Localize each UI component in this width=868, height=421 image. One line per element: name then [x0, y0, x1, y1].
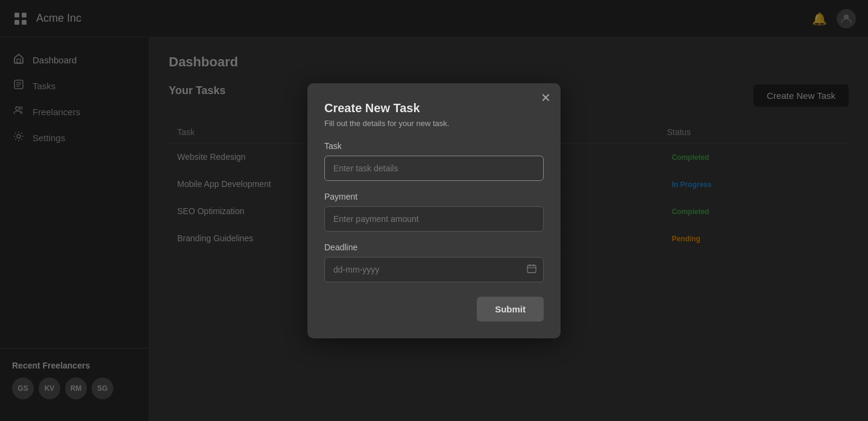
- deadline-input[interactable]: [324, 257, 544, 282]
- modal-overlay[interactable]: ✕ Create New Task Fill out the details f…: [0, 0, 868, 421]
- submit-button[interactable]: Submit: [477, 297, 544, 321]
- modal-close-button[interactable]: ✕: [541, 92, 551, 104]
- deadline-field: Deadline: [324, 242, 544, 282]
- modal-subtitle: Fill out the details for your new task.: [324, 119, 544, 128]
- date-input-wrapper: [324, 257, 544, 282]
- task-field: Task: [324, 141, 544, 181]
- deadline-label: Deadline: [324, 242, 544, 252]
- create-task-modal: ✕ Create New Task Fill out the details f…: [307, 83, 561, 338]
- payment-input[interactable]: [324, 206, 544, 232]
- payment-label: Payment: [324, 192, 544, 201]
- task-input[interactable]: [324, 156, 544, 181]
- payment-field: Payment: [324, 192, 544, 232]
- modal-title: Create New Task: [324, 101, 544, 115]
- task-label: Task: [324, 141, 544, 151]
- modal-footer: Submit: [324, 297, 544, 321]
